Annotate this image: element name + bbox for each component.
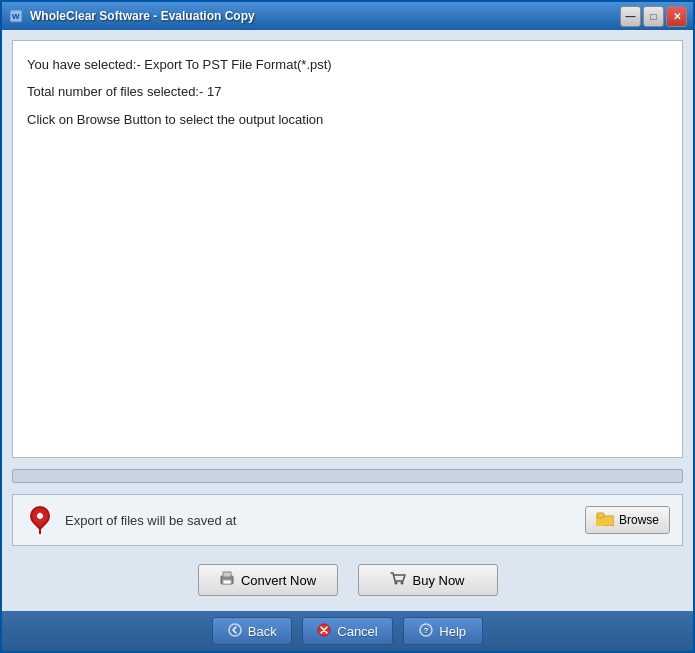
progress-bar-container bbox=[12, 469, 683, 483]
map-pin-icon bbox=[25, 503, 55, 537]
svg-rect-6 bbox=[223, 572, 231, 577]
back-label: Back bbox=[248, 624, 277, 639]
main-window: W WholeClear Software - Evaluation Copy … bbox=[0, 0, 695, 653]
app-icon: W bbox=[8, 8, 24, 24]
browse-label: Browse bbox=[619, 513, 659, 527]
browse-button[interactable]: Browse bbox=[585, 506, 670, 534]
svg-rect-8 bbox=[222, 578, 224, 579]
window-body: You have selected:- Export To PST File F… bbox=[2, 30, 693, 611]
convert-now-button[interactable]: Convert Now bbox=[198, 564, 338, 596]
window-title: WholeClear Software - Evaluation Copy bbox=[30, 9, 620, 23]
buy-now-label: Buy Now bbox=[412, 573, 464, 588]
bottom-bar: Back Cancel ? Help bbox=[2, 611, 693, 651]
cancel-button[interactable]: Cancel bbox=[302, 617, 392, 645]
cart-icon bbox=[390, 571, 406, 590]
help-icon: ? bbox=[419, 623, 433, 640]
back-button[interactable]: Back bbox=[212, 617, 292, 645]
convert-now-label: Convert Now bbox=[241, 573, 316, 588]
back-icon bbox=[228, 623, 242, 640]
folder-icon bbox=[596, 512, 614, 529]
location-label: Export of files will be saved at bbox=[65, 513, 575, 528]
file-count-line: Total number of files selected:- 17 bbox=[27, 80, 668, 103]
info-panel: You have selected:- Export To PST File F… bbox=[12, 40, 683, 458]
svg-text:?: ? bbox=[424, 626, 429, 635]
svg-point-10 bbox=[401, 581, 404, 584]
title-bar: W WholeClear Software - Evaluation Copy … bbox=[2, 2, 693, 30]
help-button[interactable]: ? Help bbox=[403, 617, 483, 645]
svg-text:W: W bbox=[12, 12, 20, 21]
svg-rect-4 bbox=[597, 513, 604, 518]
help-label: Help bbox=[439, 624, 466, 639]
export-format-line: You have selected:- Export To PST File F… bbox=[27, 53, 668, 76]
window-controls: — □ ✕ bbox=[620, 6, 687, 27]
cancel-icon bbox=[317, 623, 331, 640]
svg-point-9 bbox=[395, 581, 398, 584]
minimize-button[interactable]: — bbox=[620, 6, 641, 27]
cancel-label: Cancel bbox=[337, 624, 377, 639]
svg-rect-7 bbox=[223, 580, 231, 584]
location-row: Export of files will be saved at Browse bbox=[12, 494, 683, 546]
buy-now-button[interactable]: Buy Now bbox=[358, 564, 498, 596]
progress-area bbox=[12, 466, 683, 486]
svg-point-11 bbox=[229, 624, 241, 636]
action-row: Convert Now Buy Now bbox=[12, 554, 683, 601]
maximize-button[interactable]: □ bbox=[643, 6, 664, 27]
instruction-line: Click on Browse Button to select the out… bbox=[27, 108, 668, 131]
close-button[interactable]: ✕ bbox=[666, 6, 687, 27]
print-icon bbox=[219, 571, 235, 590]
